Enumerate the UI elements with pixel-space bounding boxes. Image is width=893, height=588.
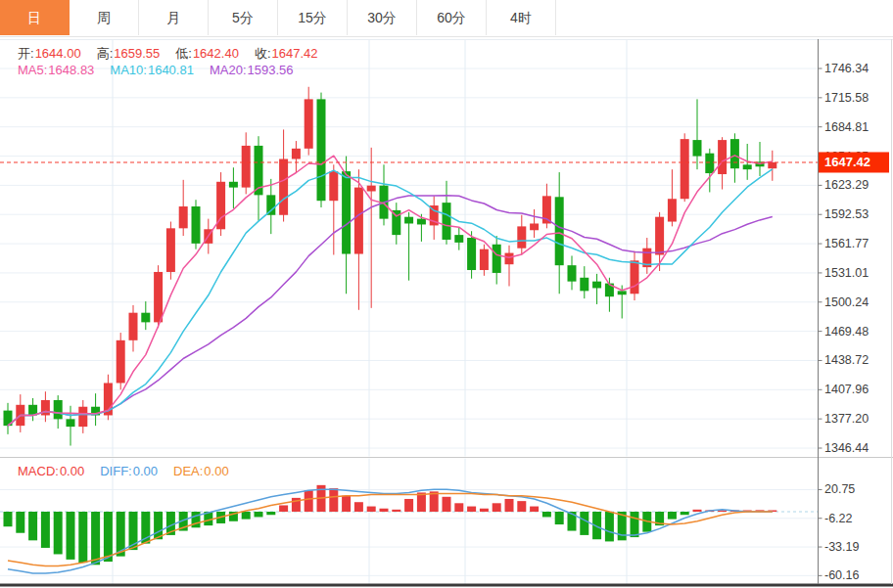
macd-bar: [28, 512, 37, 540]
candle-body: [618, 291, 627, 294]
kline-chart[interactable]: 1746.341715.581684.811654.051623.291592.…: [0, 0, 893, 588]
tab-month[interactable]: 月: [139, 0, 209, 35]
candle-body: [141, 313, 150, 323]
candle-body: [305, 99, 313, 148]
price-axis-label: 1438.72: [824, 353, 869, 367]
candle-body: [454, 235, 463, 243]
price-axis-label: 1531.01: [824, 266, 869, 280]
price-axis-label: 1684.81: [824, 120, 869, 134]
macd-bar: [305, 490, 313, 512]
macd-bar: [67, 512, 75, 560]
candle-body: [480, 249, 489, 270]
macd-bar: [505, 499, 514, 512]
candle-body: [555, 197, 564, 265]
price-axis-label: 1623.29: [824, 178, 869, 192]
candle-body: [681, 139, 689, 199]
candle-body: [78, 407, 87, 427]
ohlc-readout: 开:1644.00高:1659.55低:1642.40收:1647.42: [18, 45, 334, 63]
candle-body: [592, 282, 601, 289]
macd-axis-label: 20.75: [824, 482, 855, 496]
macd-dea: DEA:0.00: [173, 464, 229, 478]
macd-bar: [517, 501, 526, 512]
macd-bar: [41, 512, 50, 548]
candle-body: [342, 171, 351, 253]
macd-bar: [392, 510, 400, 512]
candle-body: [404, 217, 413, 224]
ohlc-low: 低:1642.40: [175, 46, 239, 61]
macd-readout: MACD:0.00DIFF:0.00DEA:0.00: [18, 464, 245, 478]
candle-body: [317, 99, 326, 201]
macd-bar: [668, 512, 677, 520]
ohlc-high: 高:1659.55: [97, 46, 161, 61]
candle-body: [705, 154, 714, 173]
candle-body: [517, 226, 526, 248]
macd-diff: DIFF:0.00: [100, 464, 158, 478]
macd-bar: [480, 509, 489, 512]
candle-body: [117, 340, 125, 384]
tab-week[interactable]: 周: [70, 0, 139, 35]
candle-body: [718, 140, 727, 174]
ma-ma10: MA10:1640.81: [110, 63, 194, 77]
tab-15min[interactable]: 15分: [278, 0, 348, 35]
candle-body: [631, 260, 639, 294]
candle-body: [329, 171, 338, 201]
price-axis-label: 1715.58: [824, 91, 869, 105]
candle-body: [530, 223, 539, 230]
candle-body: [367, 186, 376, 192]
candle-body: [730, 139, 739, 168]
ohlc-open: 开:1644.00: [18, 46, 81, 61]
candle-body: [129, 313, 138, 340]
price-axis-label: 1377.20: [824, 412, 869, 426]
macd-bar: [380, 509, 389, 512]
macd-bar: [242, 512, 251, 520]
candle-body: [568, 265, 577, 281]
macd-bar: [91, 512, 100, 565]
candle-body: [493, 245, 501, 273]
price-axis-label: 1500.24: [824, 295, 869, 309]
macd-bar: [417, 492, 426, 512]
macd-bar: [4, 512, 13, 526]
candle-body: [292, 149, 301, 159]
macd-bar: [530, 507, 539, 512]
candle-body: [580, 278, 588, 292]
bottom-border-bar: [0, 584, 893, 587]
tab-5min[interactable]: 5分: [209, 0, 278, 35]
candle-body: [505, 253, 514, 265]
macd-bar: [78, 512, 87, 563]
price-axis-label: 1407.96: [824, 383, 869, 396]
tab-30min[interactable]: 30分: [348, 0, 417, 35]
candle-body: [179, 206, 188, 228]
candle-body: [417, 219, 426, 225]
macd-bar: [542, 512, 551, 517]
macd-bar: [104, 512, 113, 562]
macd-bar: [467, 507, 476, 512]
macd-bar: [354, 502, 363, 512]
candle-body: [768, 162, 776, 168]
macd-axis-label: -33.19: [824, 540, 859, 554]
macd-bar: [493, 503, 501, 512]
macd-bar: [404, 499, 413, 512]
price-axis-label: 1746.34: [824, 62, 869, 75]
candle-body: [467, 238, 476, 270]
ma-ma20: MA20:1593.56: [210, 63, 294, 77]
candle-body: [443, 203, 451, 240]
macd-axis-label: -6.22: [824, 512, 853, 525]
macd-bar: [279, 505, 288, 512]
tab-day[interactable]: 日: [0, 0, 70, 35]
macd-bar: [329, 488, 338, 512]
candle-body: [229, 182, 238, 188]
candle-body: [192, 206, 201, 244]
candle-body: [154, 272, 163, 322]
macd-bar: [266, 512, 275, 515]
macd-axis-label: -60.16: [824, 568, 859, 582]
tab-60min[interactable]: 60分: [417, 0, 487, 35]
macd-bar: [555, 512, 564, 524]
price-axis-label: 1561.77: [824, 237, 869, 250]
macd-bar: [580, 512, 588, 535]
candle-body: [354, 188, 363, 254]
ma-ma5: MA5:1648.83: [18, 63, 94, 77]
macd-bar: [693, 510, 702, 512]
ohlc-close: 收:1647.42: [255, 46, 318, 61]
tab-4hour[interactable]: 4时: [487, 0, 556, 35]
macd-bar: [54, 512, 63, 554]
